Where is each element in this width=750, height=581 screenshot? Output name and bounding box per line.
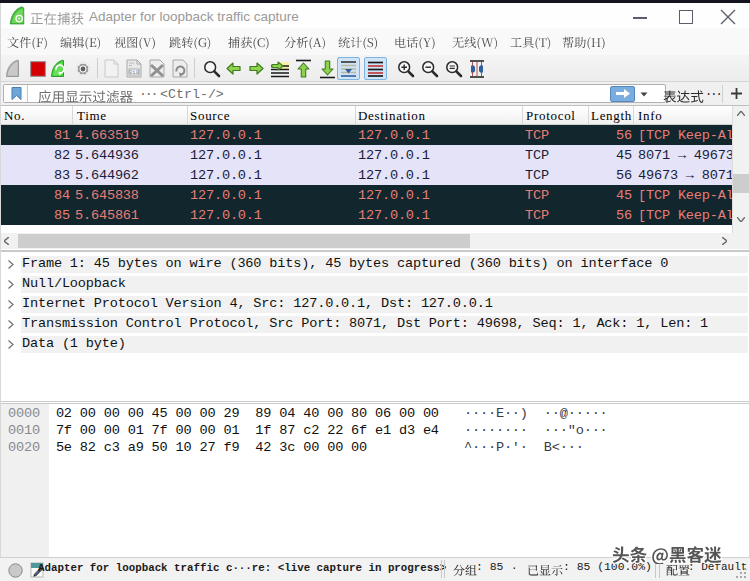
- svg-text:010: 010: [129, 69, 139, 76]
